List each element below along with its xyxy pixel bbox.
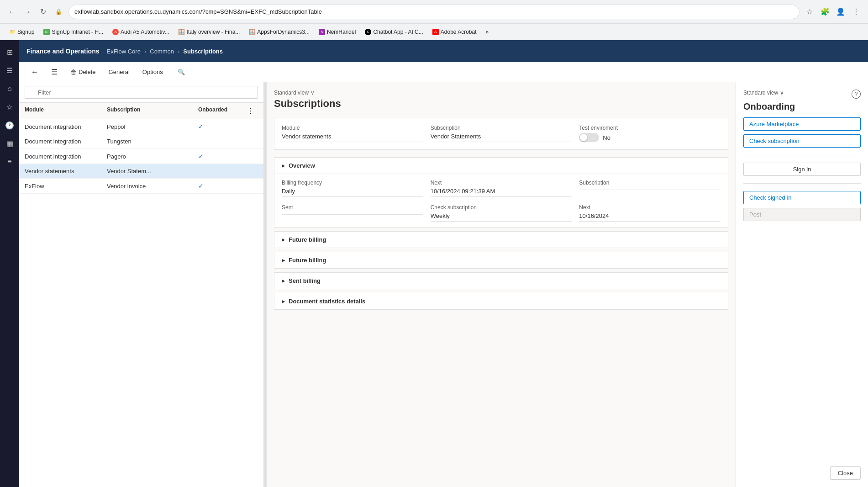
doc-stats-header[interactable]: ▸ Document statistics details	[274, 293, 728, 309]
test-env-label: Test enviroment	[579, 125, 721, 131]
sent-billing-header[interactable]: ▸ Sent billing	[274, 273, 728, 289]
nav-home-icon[interactable]: ⌂	[1, 80, 18, 97]
onboarding-panel: ? Standard view ∨ Onboarding Azure Marke…	[736, 82, 868, 487]
row-subscription: Vendor invoice	[107, 183, 198, 190]
list-row[interactable]: Document integration Peppol ✓	[19, 119, 263, 134]
list-row[interactable]: ExFlow Vendor invoice ✓	[19, 179, 263, 194]
future-billing-2-header[interactable]: ▸ Future billing	[274, 252, 728, 268]
row-onboarded: ✓	[198, 153, 258, 160]
search-toolbar-icon: 🔍	[178, 69, 185, 75]
list-header: Module Subscription Onboarded ⋮	[19, 103, 263, 119]
back-nav-button[interactable]: ←	[26, 66, 43, 79]
list-rows: Document integration Peppol ✓ Document i…	[19, 119, 263, 487]
bookmark-italy[interactable]: 🪟 Italy overview - Fina...	[175, 26, 244, 37]
nav-modules-icon[interactable]: ≡	[1, 154, 18, 170]
nav-favorites-icon[interactable]: ☆	[1, 99, 18, 115]
module-label: Module	[282, 125, 423, 131]
back-button[interactable]: ←	[5, 5, 18, 18]
bookmark-more[interactable]: »	[482, 26, 493, 37]
next2-field: Next 10/16/2024	[579, 204, 721, 222]
breadcrumb: ExFlow Core › Common › Subscriptions	[106, 48, 223, 55]
future-billing-section-2: ▸ Future billing	[274, 252, 728, 269]
forward-button[interactable]: →	[21, 5, 34, 18]
bookmark-adobe[interactable]: A Adobe Acrobat	[429, 26, 480, 37]
onboarding-signin-section: Sign in	[743, 163, 861, 176]
bookmark-chatbot[interactable]: C Chatbot App - AI C...	[361, 26, 426, 37]
audi-favicon: A	[112, 29, 119, 35]
delete-button[interactable]: 🗑 Delete	[66, 66, 100, 79]
nav-menu-icon[interactable]: ☰	[1, 62, 18, 79]
future-billing-1-header[interactable]: ▸ Future billing	[274, 232, 728, 248]
future-billing-section-1: ▸ Future billing	[274, 231, 728, 248]
url-text: exflowlab.sandbox.operations.eu.dynamics…	[74, 8, 322, 15]
close-button[interactable]: Close	[830, 466, 861, 480]
future-billing-1-label: Future billing	[289, 236, 326, 243]
appsdynamics-favicon: 🪟	[249, 29, 255, 35]
nav-grid-icon[interactable]: ⊞	[1, 44, 18, 60]
row-subscription: Pagero	[107, 153, 198, 160]
breadcrumb-subscriptions[interactable]: Subscriptions	[183, 48, 223, 55]
list-view-button[interactable]: ☰	[47, 66, 62, 79]
check-sub-label: Check subscription	[431, 204, 572, 211]
top-bar: Finance and Operations ExFlow Core › Com…	[19, 40, 868, 62]
address-bar[interactable]: exflowlab.sandbox.operations.eu.dynamics…	[68, 5, 800, 19]
filter-bar: 🔍	[19, 82, 263, 103]
nav-recent-icon[interactable]: 🕐	[1, 117, 18, 133]
bookmark-nemhandel[interactable]: N NemHandel	[315, 26, 359, 37]
help-icon[interactable]: ?	[852, 90, 861, 99]
post-button[interactable]: Post	[743, 208, 861, 221]
row-subscription: Vendor Statem...	[107, 168, 198, 175]
extensions-icon[interactable]: 🧩	[819, 5, 831, 18]
next-label: Next	[431, 180, 572, 186]
italy-favicon: 🪟	[179, 29, 185, 35]
bookmark-chatbot-label: Chatbot App - AI C...	[373, 29, 423, 35]
nav-workspaces-icon[interactable]: ▦	[1, 135, 18, 152]
column-subscription: Subscription	[107, 106, 198, 115]
toggle-container: No	[579, 133, 721, 142]
browser-actions: ☆ 🧩 👤 ⋮	[803, 5, 863, 18]
row-onboarded: ✓	[198, 182, 258, 190]
general-button[interactable]: General	[104, 66, 134, 79]
breadcrumb-sep-1: ›	[144, 48, 146, 55]
list-row[interactable]: Document integration Tungsten	[19, 134, 263, 149]
row-module: Document integration	[25, 123, 107, 130]
sent-label: Sent	[282, 204, 423, 211]
bookmark-signup[interactable]: 📁 Signup	[5, 26, 38, 37]
bookmark-audi[interactable]: A Audi A5 Automotiv...	[109, 26, 173, 37]
overview-section-header[interactable]: ▸ Overview	[274, 158, 728, 174]
chatbot-favicon: C	[365, 29, 371, 35]
profile-icon[interactable]: 👤	[834, 5, 847, 18]
azure-marketplace-button[interactable]: Azure Marketplace	[743, 117, 861, 131]
toggle-knob	[580, 134, 587, 141]
billing-freq-label: Billing frequency	[282, 180, 423, 186]
signup-favicon: 📁	[9, 29, 16, 35]
check-subscription-button[interactable]: Check subscription	[743, 134, 861, 148]
browser-bar: ← → ↻ 🔒 exflowlab.sandbox.operations.eu.…	[0, 0, 868, 24]
test-env-toggle[interactable]	[579, 133, 599, 142]
search-toolbar-button[interactable]: 🔍	[173, 66, 189, 79]
list-panel: 🔍 Module Subscription Onboarded ⋮ Docume…	[19, 82, 264, 487]
bookmark-appsdynamics[interactable]: 🪟 AppsForDynamics3...	[245, 26, 313, 37]
options-button[interactable]: Options	[138, 66, 168, 79]
breadcrumb-exflow-core[interactable]: ExFlow Core	[106, 48, 140, 55]
subscription-col-label: Subscription	[579, 180, 721, 186]
check-signed-in-button[interactable]: Check signed in	[743, 191, 861, 204]
list-row[interactable]: Document integration Pagero ✓	[19, 149, 263, 164]
breadcrumb-common[interactable]: Common	[150, 48, 174, 55]
app-container: ⊞ ☰ ⌂ ☆ 🕐 ▦ ≡ Finance and Operations ExF…	[0, 40, 868, 487]
app-title: Finance and Operations	[26, 48, 99, 55]
reload-button[interactable]: ↻	[37, 5, 49, 18]
list-row-selected[interactable]: Vendor statements Vendor Statem...	[19, 164, 263, 179]
more-icon[interactable]: ⋮	[850, 5, 863, 18]
sent-value	[282, 212, 423, 215]
bookmark-star-icon[interactable]: ☆	[803, 5, 816, 18]
bookmark-appsdynamics-label: AppsForDynamics3...	[257, 29, 310, 35]
bookmark-signup-intranet[interactable]: SI SignUp Intranet - H...	[40, 26, 107, 37]
filter-input[interactable]	[25, 86, 258, 99]
field-test-env: Test enviroment No	[579, 125, 721, 142]
breadcrumb-sep-2: ›	[178, 48, 179, 55]
bookmark-signup-label: Signup	[17, 29, 34, 35]
browser-nav-icons: ← → ↻ 🔒	[5, 5, 65, 18]
sign-in-button[interactable]: Sign in	[743, 163, 861, 176]
row-onboarded: ✓	[198, 123, 258, 130]
